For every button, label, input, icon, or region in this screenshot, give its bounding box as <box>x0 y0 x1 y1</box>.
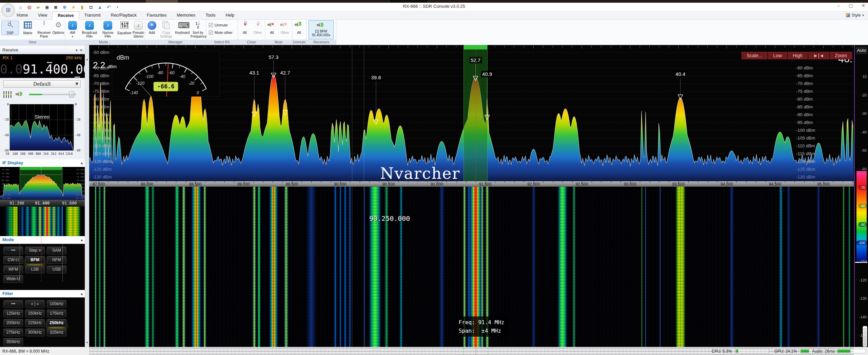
tab-transmit[interactable]: Transmit <box>79 12 105 20</box>
panel-scrollbar[interactable]: ▲ ▼ <box>85 45 89 347</box>
narrow-fm-button[interactable]: ♪ Narrow FM▾ <box>100 21 116 39</box>
spectrum-button-zoom[interactable]: Zoom <box>830 52 852 59</box>
filter-button-125khz[interactable]: 125kHz <box>3 310 23 317</box>
digit-down-marker[interactable] <box>75 77 80 78</box>
tab-favourites[interactable]: Favourites <box>142 12 172 20</box>
audio-spectrum-plot: Stereo <box>9 104 74 151</box>
tab-view[interactable]: View <box>33 12 52 20</box>
mute-other-checkbox[interactable]: ✓Mute other <box>209 30 233 35</box>
rx-bandwidth: 250 kHz <box>66 54 82 62</box>
digit-up-marker[interactable] <box>47 62 52 63</box>
spectrum-display[interactable]: 2.2 dBm 46. Scale...LowHigh►|◄Zoom Nvarc… <box>89 45 854 181</box>
mute-other-button[interactable]: × Other <box>279 21 291 35</box>
broadcast-fm-button[interactable]: ♪ Broadcast FM▾ <box>80 21 99 39</box>
tab-help[interactable]: Help <box>221 12 240 20</box>
collapse-icon[interactable]: ▾ <box>76 48 78 52</box>
axis-tick <box>350 181 350 183</box>
mode-button-sam[interactable]: SAM <box>47 247 66 254</box>
collapse-icon[interactable]: ▴ <box>81 159 83 167</box>
mode-button-usb[interactable]: USB <box>47 266 66 273</box>
matrix-button[interactable]: Matrix <box>19 21 37 35</box>
spectrum-button-scale[interactable]: Scale... <box>742 52 768 59</box>
filter-button-[interactable]: « | » <box>25 300 45 308</box>
minimize-button[interactable]: – <box>837 3 840 8</box>
db-axis-label: -60 dBm <box>796 65 813 70</box>
receiver-1-button[interactable]: ))) [1] BFM 91.400.000▾ <box>309 20 334 39</box>
tab-tools[interactable]: Tools <box>200 12 220 20</box>
receive-panel-header[interactable]: Receive ▾ ✕ <box>0 46 85 54</box>
spectrum-frequency-axis[interactable]: 87.50088.00088.50089.00089.50090.00090.5… <box>89 181 854 187</box>
filter-button-175khz[interactable]: 175kHz <box>47 310 66 317</box>
spectrum-button-[interactable]: ►|◄ <box>808 52 829 59</box>
copy-settings-button[interactable]: Copy Settings <box>159 21 174 38</box>
filter-button-100khz[interactable]: 100kHz <box>47 300 66 308</box>
panel-close-icon[interactable]: ✕ <box>80 48 83 52</box>
options-button[interactable]: ⚙ Options <box>50 21 67 35</box>
dsp-button[interactable]: DSP <box>1 21 19 35</box>
scroll-up-icon[interactable]: ▲ <box>85 58 89 61</box>
mode-button-cwu[interactable]: CW-U <box>3 256 23 264</box>
unmute-all-button[interactable]: ))) All <box>293 21 305 35</box>
filter-button-250khz[interactable]: 250kHz <box>47 319 66 327</box>
close-button[interactable]: ✕ <box>862 3 865 8</box>
add-button[interactable]: + Add <box>146 21 158 35</box>
volume-handle[interactable] <box>69 91 74 98</box>
speaker-waves-icon: ))) <box>295 21 303 30</box>
mode-button-wfm[interactable]: WFM <box>3 266 23 273</box>
filter-button-350khz[interactable]: 350kHz <box>3 338 23 346</box>
maximize-button[interactable]: ▢ <box>849 3 853 8</box>
auto-button[interactable]: Auto <box>856 47 867 54</box>
filter-button-275khz[interactable]: 275kHz <box>3 329 23 336</box>
spectrum-button-high[interactable]: High <box>788 52 808 59</box>
am-button[interactable]: ♪ AM▾ <box>66 21 79 39</box>
mode-header[interactable]: Mode ▴ <box>0 236 85 244</box>
equaliser-button[interactable]: Equaliser <box>117 21 132 35</box>
mode-button-bfm[interactable]: BFM <box>25 256 45 264</box>
if-spectrum[interactable]: -50 dBm-50 dBm-60 dBm-60 dBm-70 dBm-70 d… <box>0 167 85 200</box>
audio-db-label: -20 <box>1 118 9 121</box>
unmute-checkbox[interactable]: ✓Unmute <box>209 23 228 27</box>
filter-button-200khz[interactable]: 200kHz <box>3 319 23 327</box>
tab-rec-playback[interactable]: Rec/Playback <box>106 12 142 20</box>
mode-button-[interactable]: ••• <box>3 247 23 254</box>
main-display: 2.2 dBm 46. Scale...LowHigh►|◄Zoom Nvarc… <box>89 45 854 347</box>
mode-button-nfm[interactable]: NFM <box>47 256 66 264</box>
tab-home[interactable]: Home <box>12 12 33 20</box>
waterfall-display[interactable]: 90.250.000 Freq: 91.4 MHz Span: ±4 MHz <box>89 187 854 355</box>
if-axis-label: 91.200 <box>9 201 24 206</box>
filter-button-325khz[interactable]: 325kHz <box>47 329 66 336</box>
colorbar-tick-label: -70 <box>859 185 867 190</box>
if-display-header[interactable]: IF Display ▴ <box>0 159 85 167</box>
close-all-button[interactable]: × All <box>239 21 251 35</box>
mode-button-lsb[interactable]: LSB <box>25 266 45 273</box>
filter-button-225khz[interactable]: 225kHz <box>25 319 45 327</box>
close-other-button[interactable]: × Other <box>252 21 264 35</box>
scroll-down-icon[interactable]: ▼ <box>85 341 89 344</box>
mode-button-wideu[interactable]: Wide-U <box>3 275 23 283</box>
mode-button-step[interactable]: Step ≡ <box>25 247 45 254</box>
tab-receive[interactable]: Receive <box>52 12 79 20</box>
colorbar-slider-handle[interactable] <box>863 326 867 347</box>
if-tick <box>46 200 46 201</box>
axis-tick <box>785 181 785 183</box>
style-menu[interactable]: Style ▾ <box>846 13 864 18</box>
speaker-waves-icon[interactable]: ))) <box>16 90 24 98</box>
preset-dropdown[interactable]: Default ▼ <box>3 80 81 88</box>
sort-by-frequency-button[interactable]: 1↓2 Sort by Frequency <box>191 21 205 38</box>
spectrum-button-low[interactable]: Low <box>768 52 787 59</box>
tab-memories[interactable]: Memories <box>172 12 200 20</box>
keyboard-button[interactable]: ⌨ Keyboard <box>174 21 191 35</box>
volume-slider[interactable] <box>29 94 77 95</box>
frequency-display[interactable]: 0.091.400.000 <box>0 62 85 78</box>
db-axis-label: -105 dBm <box>796 135 815 141</box>
if-db-label: -50 dBm <box>76 168 84 171</box>
filter-button-300khz[interactable]: 300kHz <box>25 329 45 336</box>
collapse-icon[interactable]: ▴ <box>81 236 83 244</box>
mixer-icon[interactable] <box>3 91 12 98</box>
filter-header[interactable]: Filter ▴ <box>0 290 85 298</box>
mute-all-button[interactable]: × All <box>266 21 278 35</box>
filter-button-150khz[interactable]: 150kHz <box>25 310 45 317</box>
pseudo-stereo-button[interactable]: ♪ Pseudo Stereo <box>132 21 145 38</box>
filter-button-[interactable]: ••• <box>3 300 23 308</box>
collapse-icon[interactable]: ▴ <box>81 290 83 297</box>
